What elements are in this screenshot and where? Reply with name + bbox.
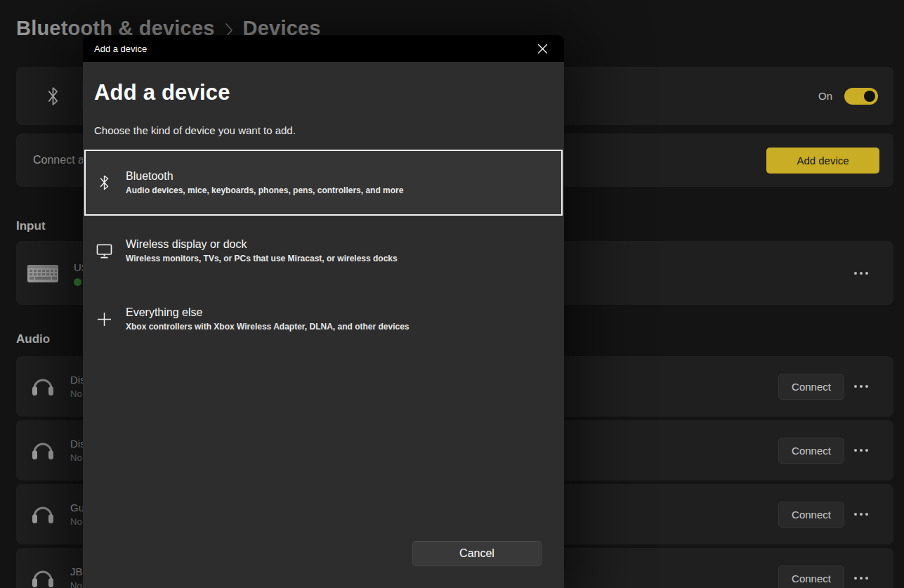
option-title: Everything else [126,305,410,320]
option-description: Wireless monitors, TVs, or PCs that use … [126,253,398,265]
option-everything-else[interactable]: Everything else Xbox controllers with Xb… [84,286,563,352]
option-wireless-display[interactable]: Wireless display or dock Wireless monito… [84,218,563,284]
dialog-titlebar[interactable]: Add a device [83,35,564,62]
option-description: Xbox controllers with Xbox Wireless Adap… [126,321,410,333]
close-button[interactable] [532,38,553,59]
add-device-dialog: Add a device Add a device Choose the kin… [83,35,564,588]
option-title: Bluetooth [126,169,403,183]
option-title: Wireless display or dock [126,237,398,251]
monitor-icon [96,244,112,259]
device-kind-list: Bluetooth Audio devices, mice, keyboards… [84,150,563,354]
bluetooth-icon [96,174,112,191]
option-description: Audio devices, mice, keyboards, phones, … [126,185,403,197]
option-bluetooth[interactable]: Bluetooth Audio devices, mice, keyboards… [84,150,563,216]
dialog-titlebar-text: Add a device [94,44,147,54]
dialog-subtitle: Choose the kind of device you want to ad… [94,124,296,136]
cancel-button[interactable]: Cancel [412,541,542,566]
close-icon [537,44,548,54]
dialog-heading: Add a device [94,80,230,105]
plus-icon [96,312,112,327]
